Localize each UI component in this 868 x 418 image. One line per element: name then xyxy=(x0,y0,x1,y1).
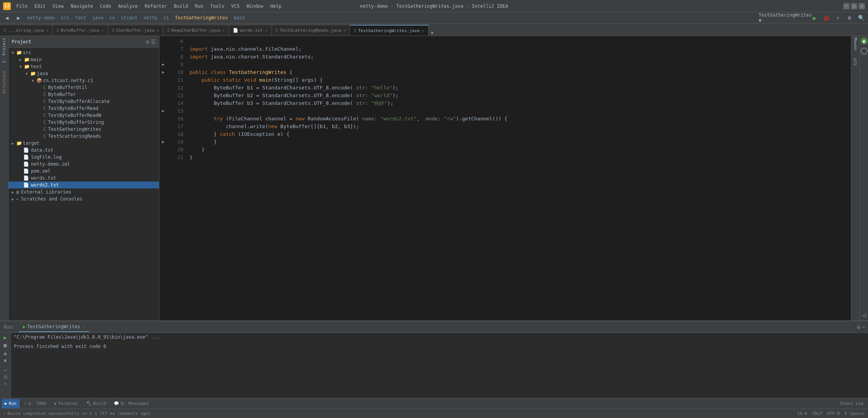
menu-build[interactable]: Build xyxy=(171,2,191,10)
bottom-run-tab[interactable]: ▶ Run xyxy=(2,399,20,408)
bc-c1[interactable]: c1 xyxy=(163,15,169,21)
bc-java[interactable]: java xyxy=(92,15,104,21)
tab-scatter[interactable]: C TestScatteringReads.java ✕ xyxy=(272,25,350,36)
menu-analyze[interactable]: Analyze xyxy=(115,2,141,10)
tree-data-txt[interactable]: 📄 data.txt xyxy=(9,147,159,154)
settings-gear-icon[interactable]: ⚙ xyxy=(857,324,860,330)
tree-package[interactable]: ▼ 📦 cn.itcast.netty.c1 xyxy=(9,77,159,84)
menu-view[interactable]: View xyxy=(50,2,67,10)
tree-src[interactable]: ▼ 📁 src xyxy=(9,49,159,56)
tree-read[interactable]: C TestByteBufferRead xyxy=(9,105,159,112)
cursor-position[interactable]: 19:6 xyxy=(797,411,808,416)
circle-icon[interactable] xyxy=(861,48,868,55)
encoding[interactable]: UTF-8 xyxy=(827,411,840,416)
toolbar-debug-btn[interactable]: 🐞 xyxy=(821,12,832,23)
tree-scattering[interactable]: C TestScatteringReads xyxy=(9,133,159,140)
tab-close-gathering[interactable]: ✕ xyxy=(422,29,424,33)
tab-close-scatter[interactable]: ✕ xyxy=(343,28,346,33)
tree-gathering[interactable]: C TestGatheringWrites xyxy=(9,126,159,133)
tree-main[interactable]: ▶ 📁 main xyxy=(9,56,159,63)
tree-readw[interactable]: C TestByteBufferReadW xyxy=(9,112,159,119)
menu-tools[interactable]: Tools xyxy=(207,2,227,10)
toolbar-forward-btn[interactable]: ▶ xyxy=(13,12,24,23)
console-output[interactable]: "C:\Program Files\Java\jdk1.8.0_91\bin\j… xyxy=(11,333,868,398)
menu-refactor[interactable]: Refactor xyxy=(142,2,170,10)
toolbar-run-btn[interactable]: ▶ xyxy=(809,12,820,23)
bc-class[interactable]: TestGatheringWrites xyxy=(175,15,228,21)
toolbar-run-config[interactable]: TestGatheringWrites ▼ xyxy=(762,12,808,23)
menu-navigate[interactable]: Navigate xyxy=(68,2,96,10)
code-content[interactable]: import java.nio.channels.FileChannel; im… xyxy=(186,36,851,320)
project-collapse-btn[interactable]: ☰ xyxy=(151,39,156,45)
back-arrow-icon[interactable]: ◁ xyxy=(862,311,866,319)
tree-logfile[interactable]: 📄 logFile.log xyxy=(9,154,159,161)
bc-project[interactable]: netty-demo xyxy=(27,15,55,21)
stop-btn[interactable]: ■ xyxy=(3,342,7,348)
close-button[interactable]: ✕ xyxy=(859,3,865,9)
bc-src[interactable]: src xyxy=(61,15,69,21)
scroll-down-btn[interactable]: ▼ xyxy=(3,358,7,364)
toolbar-settings-btn[interactable]: ⚙ xyxy=(844,12,855,23)
line-ending[interactable]: CRLF xyxy=(812,411,822,416)
tree-pom[interactable]: 📄 pom.xml xyxy=(9,168,159,175)
minimize-panel-btn[interactable]: ─ xyxy=(862,324,865,330)
tree-byteutil[interactable]: C ByteBufferUtil xyxy=(9,84,159,91)
bottom-messages-tab[interactable]: 💬 0: Messages xyxy=(111,399,152,408)
tab-words-txt[interactable]: 📄 words.txt ✕ xyxy=(229,25,272,36)
menu-edit[interactable]: Edit xyxy=(31,2,49,10)
close-panel-btn[interactable]: ✕ xyxy=(4,381,7,386)
tree-scratches[interactable]: ▶ ✏ Scratches and Consoles xyxy=(9,195,159,202)
maximize-button[interactable]: □ xyxy=(851,3,857,9)
green-dot-icon[interactable]: ● xyxy=(861,38,868,45)
tab-close-cb[interactable]: ✕ xyxy=(157,28,159,33)
bc-netty[interactable]: netty xyxy=(144,15,157,21)
indent[interactable]: 4 spaces xyxy=(844,411,865,416)
tab-heapchar-java[interactable]: C HeapCharBuffer.java ✕ xyxy=(163,25,229,36)
tab-charbuffer-java[interactable]: C CharBuffer.java ✕ xyxy=(108,25,163,36)
tree-iml[interactable]: 📄 netty-demo.iml xyxy=(9,161,159,168)
soft-wrap-btn[interactable]: ↵ xyxy=(4,367,7,372)
tree-java[interactable]: ▼ 📁 java xyxy=(9,70,159,77)
bottom-todo-tab[interactable]: ✓ 6: TODO xyxy=(21,399,50,408)
menu-vcs[interactable]: VCS xyxy=(228,2,243,10)
tab-overflow-btn[interactable]: ▼ xyxy=(429,30,436,36)
menu-file[interactable]: File xyxy=(13,2,31,10)
code-editor[interactable]: ▶ ▶ ▶ ▶ 6 7 8 9 10 11 12 13 xyxy=(159,36,851,320)
structure-panel-label[interactable]: Structure xyxy=(2,71,7,94)
minimize-button[interactable]: ─ xyxy=(843,3,849,9)
menu-bar[interactable]: File Edit View Navigate Code Analyze Ref… xyxy=(13,2,285,10)
print-btn[interactable]: 🖨 xyxy=(3,374,8,379)
menu-run[interactable]: Run xyxy=(192,2,207,10)
menu-code[interactable]: Code xyxy=(97,2,114,10)
tree-words2[interactable]: 📄 words2.txt xyxy=(9,182,159,188)
window-controls[interactable]: ─ □ ✕ xyxy=(843,3,865,9)
tree-words[interactable]: 📄 words.txt xyxy=(9,175,159,182)
tab-close-hc[interactable]: ✕ xyxy=(222,28,225,33)
tree-target[interactable]: ▶ 📁 target xyxy=(9,140,159,147)
tab-gathering[interactable]: C TestGatheringWrites.java ✕ xyxy=(350,25,429,36)
fold-end[interactable]: ▶ xyxy=(162,138,165,146)
tree-string[interactable]: C TestByteBufferString xyxy=(9,119,159,126)
tab-close-words[interactable]: ✕ xyxy=(265,28,267,33)
toolbar-back-btn[interactable]: ◀ xyxy=(2,12,12,23)
tree-test[interactable]: ▼ 📁 test xyxy=(9,63,159,70)
bc-cn[interactable]: cn xyxy=(109,15,115,21)
bottom-terminal-tab[interactable]: ▪ Terminal xyxy=(51,399,82,408)
tab-string-java[interactable]: C ...string.java ✕ xyxy=(0,25,53,36)
scroll-up-btn[interactable]: ▲ xyxy=(3,350,7,356)
project-panel-label[interactable]: 1: Project xyxy=(2,38,7,63)
toolbar-search-btn[interactable]: 🔍 xyxy=(856,12,866,23)
rerun-btn[interactable]: ▶ xyxy=(3,334,7,341)
run-tab[interactable]: ▶ TestGatheringWrites ✕ xyxy=(19,322,90,332)
tree-external[interactable]: ▶ ▦ External Libraries xyxy=(9,188,159,195)
fold-try[interactable]: ▶ xyxy=(162,107,165,115)
bottom-build-tab[interactable]: 🔨 Build xyxy=(83,399,109,408)
project-settings-btn[interactable]: ⚙ xyxy=(146,39,149,45)
event-log-btn[interactable]: Event Log xyxy=(837,401,866,406)
maven-panel-label[interactable]: Maven xyxy=(853,38,858,50)
tab-close-string[interactable]: ✕ xyxy=(46,28,48,33)
fold-main[interactable]: ▶ xyxy=(162,69,165,76)
run-tab-close[interactable]: ✕ xyxy=(83,324,85,329)
bc-test[interactable]: test xyxy=(75,15,86,21)
fold-class[interactable]: ▶ xyxy=(162,61,165,69)
